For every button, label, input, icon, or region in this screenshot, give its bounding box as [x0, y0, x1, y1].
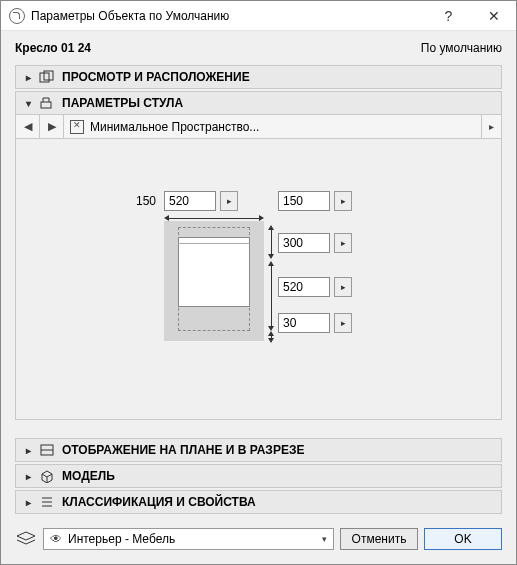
chevron-right-icon: ▸ — [22, 497, 34, 508]
object-name: Кресло 01 24 — [15, 41, 421, 55]
preview-icon — [38, 69, 56, 85]
depth-stepper[interactable]: ▸ — [334, 191, 352, 211]
bottom-gap-stepper[interactable]: ▸ — [334, 313, 352, 333]
svg-marker-15 — [17, 532, 35, 540]
layer-name: Интерьер - Мебель — [68, 532, 175, 546]
panel-label: МОДЕЛЬ — [62, 469, 115, 483]
param-page-selector[interactable]: Минимальное Пространство... — [64, 115, 481, 138]
cancel-button[interactable]: Отменить — [340, 528, 418, 550]
chair-icon — [38, 95, 56, 111]
panel-preview[interactable]: ▸ ПРОСМОТР И РАСПОЛОЖЕНИЕ — [15, 65, 502, 89]
dim-arrow-seat — [264, 261, 274, 331]
panel-label: ПАРАМЕТРЫ СТУЛА — [62, 96, 183, 110]
svg-line-10 — [47, 474, 52, 477]
default-label: По умолчанию — [421, 41, 502, 55]
panel-label: КЛАССИФИКАЦИЯ И СВОЙСТВА — [62, 495, 256, 509]
window-title: Параметры Объекта по Умолчанию — [31, 9, 426, 23]
chevron-right-icon: ▸ — [22, 471, 34, 482]
chevron-down-icon: ▾ — [22, 98, 34, 109]
cube-icon — [38, 468, 56, 484]
nav-forward-button[interactable]: ▶ — [40, 115, 64, 138]
panel-display[interactable]: ▸ ОТОБРАЖЕНИЕ НА ПЛАНЕ И В РАЗРЕЗЕ — [15, 438, 502, 462]
seat-stepper[interactable]: ▸ — [334, 277, 352, 297]
svg-line-9 — [42, 474, 47, 477]
dim-arrow-bottom-gap — [264, 331, 274, 343]
seat-input[interactable] — [278, 277, 330, 297]
diagram-seat — [178, 237, 250, 307]
chevron-right-icon: ▸ — [22, 445, 34, 456]
panel-classification[interactable]: ▸ КЛАССИФИКАЦИЯ И СВОЙСТВА — [15, 490, 502, 514]
chair-panel-content: ◀ ▶ Минимальное Пространство... ▸ 150 ▸ — [15, 115, 502, 420]
layer-dropdown[interactable]: 👁 Интерьер - Мебель ▾ — [43, 528, 334, 550]
chevron-right-icon: ▸ — [22, 72, 34, 83]
dim-arrow-width — [164, 211, 264, 221]
nav-more-button[interactable]: ▸ — [481, 115, 501, 138]
depth-input[interactable] — [278, 191, 330, 211]
width-input[interactable] — [164, 191, 216, 211]
ok-button[interactable]: OK — [424, 528, 502, 550]
top-gap-stepper[interactable]: ▸ — [334, 233, 352, 253]
nav-back-button[interactable]: ◀ — [16, 115, 40, 138]
svg-rect-2 — [41, 102, 51, 108]
layers-icon — [15, 530, 37, 548]
plan-icon — [38, 442, 56, 458]
app-icon — [9, 8, 25, 24]
close-button[interactable]: ✕ — [471, 1, 516, 31]
bottom-gap-input[interactable] — [278, 313, 330, 333]
fixed-dim-label: 150 — [136, 194, 156, 208]
top-gap-input[interactable] — [278, 233, 330, 253]
panel-label: ПРОСМОТР И РАСПОЛОЖЕНИЕ — [62, 70, 250, 84]
panel-chair-params[interactable]: ▾ ПАРАМЕТРЫ СТУЛА — [15, 91, 502, 115]
chevron-down-icon: ▾ — [322, 534, 327, 544]
param-page-label: Минимальное Пространство... — [90, 120, 259, 134]
titlebar: Параметры Объекта по Умолчанию ? ✕ — [1, 1, 516, 31]
min-space-icon — [70, 120, 84, 134]
panel-label: ОТОБРАЖЕНИЕ НА ПЛАНЕ И В РАЗРЕЗЕ — [62, 443, 304, 457]
width-stepper[interactable]: ▸ — [220, 191, 238, 211]
list-icon — [38, 494, 56, 510]
dim-arrow-top-gap — [264, 225, 274, 259]
panel-model[interactable]: ▸ МОДЕЛЬ — [15, 464, 502, 488]
help-button[interactable]: ? — [426, 1, 471, 31]
eye-icon: 👁 — [50, 532, 62, 546]
